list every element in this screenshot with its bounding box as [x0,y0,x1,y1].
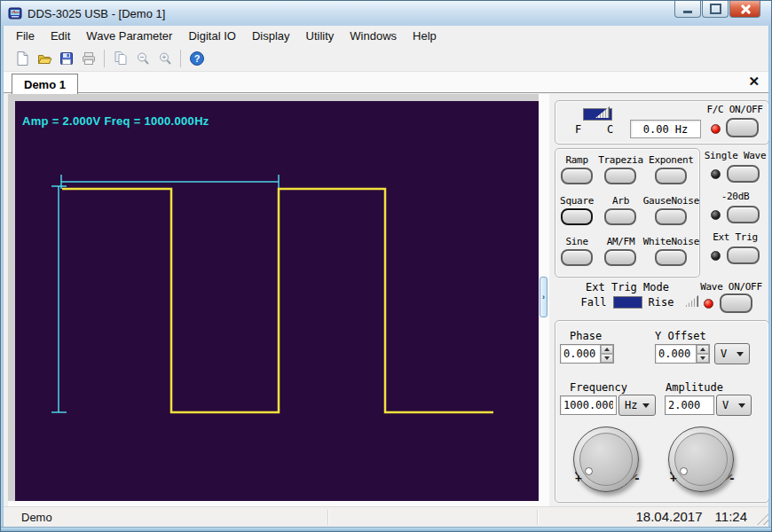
maximize-icon [710,4,721,14]
wave-label-whitenoise: WhiteNoise [643,236,699,247]
zoom-in-button[interactable] [154,47,176,69]
frequency-unit-select[interactable]: Hz [618,395,656,416]
wave-onoff-label: Wave ON/OFF [693,281,769,293]
app-icon[interactable] [8,6,22,20]
ramp-button[interactable] [561,168,593,184]
phase-field [560,344,614,364]
new-file-icon [14,51,30,66]
ext-trig-mode-row: Fall Rise [555,296,700,309]
print-button[interactable] [77,47,99,69]
spin-up-button[interactable] [601,345,613,354]
slider-handle[interactable] [684,295,698,307]
y-offset-spinner [696,345,709,363]
menu-edit[interactable]: Edit [43,27,78,45]
menu-windows[interactable]: Windows [342,27,405,45]
window-border-right [768,26,771,532]
dropdown-arrow-icon [642,403,650,408]
exponent-button[interactable] [655,168,687,184]
sine-button[interactable] [561,249,593,266]
amplitude-label: Amplitude [666,381,723,394]
minus20db-button[interactable] [727,206,760,223]
whitenoise-button[interactable] [655,249,687,266]
knob-plus-label: + [575,472,582,485]
fc-onoff-button[interactable] [726,118,759,137]
ext-trig-button[interactable] [727,246,760,264]
zoom-out-button[interactable] [131,47,154,69]
knob-face [674,433,728,486]
spin-down-button[interactable] [601,354,613,363]
amplitude-unit-select[interactable]: V [716,395,752,416]
menu-utility[interactable]: Utility [298,27,343,45]
status-separator [537,510,538,525]
scope-waveform [15,101,539,501]
fc-selector-slider[interactable] [583,108,612,121]
print-icon [81,51,97,66]
status-date: 18.04.2017 [635,509,702,524]
parameter-group: Phase Y Offset V Frequency [555,320,769,503]
amfm-button[interactable] [604,249,636,266]
menu-wave-parameter[interactable]: Wave Parameter [78,27,180,45]
gausenoise-button[interactable] [655,208,687,225]
ext-trig-label: Ext Trig [713,231,758,243]
copy-button[interactable] [109,47,131,69]
spin-down-button[interactable] [697,354,709,363]
menu-bar: File Edit Wave Parameter Digital IO Disp… [4,26,770,45]
menu-file[interactable]: File [8,27,43,45]
period-measure-line [61,175,279,189]
toolbar-separator [104,50,105,67]
menu-digital-io[interactable]: Digital IO [180,27,243,45]
toolbar: ? [4,45,770,72]
ext-trig-led [711,251,721,261]
tab-bar: Demo 1 ✕ [4,72,770,93]
close-icon [740,4,751,14]
help-icon: ? [189,51,205,66]
maximize-button[interactable] [702,1,729,18]
spin-down-icon [604,356,610,360]
open-file-button[interactable] [33,47,55,69]
minimize-button[interactable] [674,1,701,18]
spin-up-icon [604,348,610,351]
panel-splitter-handle[interactable]: › [540,277,547,317]
chevron-right-icon: › [542,293,545,301]
square-button[interactable] [561,208,593,225]
menu-display[interactable]: Display [244,27,298,45]
wave-label-trapezia: Trapezia [598,154,643,166]
save-button[interactable] [55,47,77,69]
amplitude-field [665,395,714,415]
status-bar: Demo 18.04.2017 11:24 [4,506,770,527]
menu-help[interactable]: Help [405,27,445,45]
wave-label-square: Square [560,195,594,207]
tab-close-icon[interactable]: ✕ [748,74,760,90]
amplitude-input[interactable] [666,396,713,414]
arb-button[interactable] [604,208,636,225]
resize-grip[interactable] [757,513,768,525]
y-offset-label: Y Offset [655,330,706,342]
knob-minus-label: - [634,472,641,485]
wave-onoff-led [704,299,713,309]
close-button[interactable] [729,1,760,18]
phase-label: Phase [570,330,602,342]
save-icon [59,51,75,66]
spin-up-button[interactable] [697,345,709,354]
frequency-input[interactable] [561,396,616,414]
single-wave-button[interactable] [727,165,760,183]
y-offset-unit-select[interactable]: V [714,343,750,364]
single-wave-led [711,169,721,179]
frequency-knob[interactable] [573,426,639,492]
new-file-button[interactable] [11,47,33,69]
phase-input[interactable] [561,345,600,363]
status-datetime: 18.04.2017 11:24 [635,509,747,524]
amplitude-knob[interactable] [668,426,734,492]
amplitude-unit: V [717,399,729,411]
ext-trig-control: Ext Trig [700,231,770,264]
status-separator [327,510,328,525]
help-button[interactable]: ? [185,47,208,69]
trapezia-button[interactable] [604,168,636,184]
tab-demo1[interactable]: Demo 1 [12,74,78,94]
window-border-bottom [1,527,771,532]
dropdown-arrow-icon [738,403,745,408]
wave-label-gausenoise: GauseNoise [643,195,699,207]
wave-onoff-button[interactable] [720,293,752,313]
ext-trig-mode-slider[interactable] [613,296,642,309]
y-offset-input[interactable] [656,345,696,363]
